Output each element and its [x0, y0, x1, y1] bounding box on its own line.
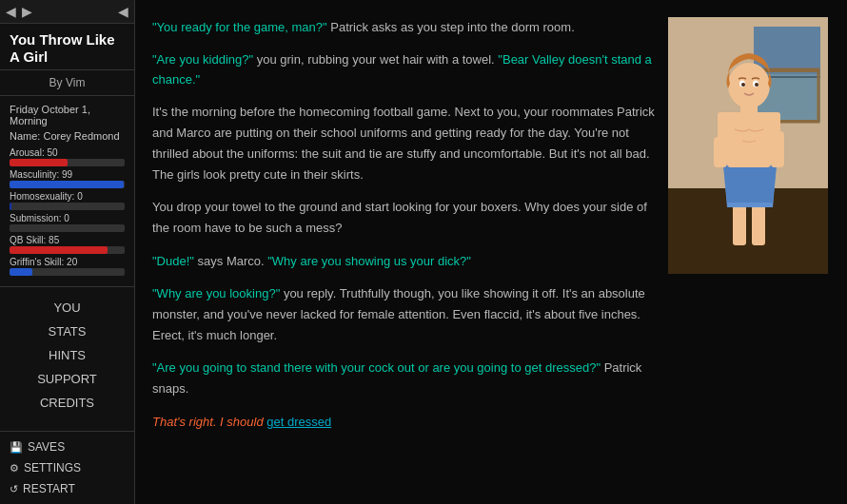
narration-2: you grin, rubbing your wet hair with a t… [257, 52, 499, 67]
sidebar: ◀ ▶ ◀ You Throw Like A Girl By Vim Frida… [0, 0, 135, 504]
character-svg [668, 17, 828, 274]
dialogue-5a: "Dude!" [152, 254, 194, 268]
choice-text: That's right. I should [152, 415, 266, 429]
menu-credits[interactable]: CREDITS [0, 392, 134, 414]
stat-masculinity: Masculinity: 99 [10, 169, 125, 188]
settings-icon: ⚙ [10, 462, 19, 475]
game-title: You Throw Like A Girl [0, 24, 134, 70]
date-label: Friday October 1, Morning [10, 104, 125, 126]
svg-rect-3 [754, 27, 820, 74]
svg-rect-9 [733, 203, 746, 245]
paragraph-5: "Dude!" says Marco. "Why are you showing… [152, 251, 657, 272]
svg-rect-15 [771, 131, 784, 167]
svg-rect-10 [752, 203, 765, 245]
stat-griffin-skill: Griffin's Skill: 20 [10, 257, 125, 276]
narration-1: Patrick asks as you step into the dorm r… [330, 20, 575, 34]
choice-link-get-dressed[interactable]: get dressed [266, 415, 331, 429]
author-label: By Vim [0, 70, 134, 96]
back-button[interactable]: ◀ [6, 4, 16, 19]
menu-you[interactable]: YOU [0, 297, 134, 319]
menu-hints[interactable]: HINTS [0, 344, 134, 366]
content-wrapper: "You ready for the game, man?" Patrick a… [152, 17, 828, 487]
dialogue-5b: "Why are you showing us your dick?" [267, 254, 471, 268]
stat-submission: Submission: 0 [10, 213, 125, 232]
paragraph-6: "Why are you looking?" you reply. Truthf… [152, 283, 657, 346]
narration-5: says Marco. [198, 254, 268, 268]
forward-button[interactable]: ▶ [22, 4, 32, 19]
dialogue-7a: "Are you going to stand there with your … [152, 360, 601, 375]
dialogue-2a: "Are you kidding?" [152, 52, 253, 67]
sidebar-menu: YOU STATS HINTS SUPPORT CREDITS [0, 287, 134, 431]
paragraph-1: "You ready for the game, man?" Patrick a… [152, 17, 657, 38]
stat-arousal: Arousal: 50 [10, 147, 125, 166]
player-name: Name: Corey Redmond [10, 130, 125, 142]
sidebar-footer: 💾 SAVES ⚙ SETTINGS ↺ RESTART [0, 431, 134, 504]
menu-stats[interactable]: STATS [0, 320, 134, 342]
paragraph-7: "Are you going to stand there with your … [152, 358, 657, 399]
paragraph-4: You drop your towel to the ground and st… [152, 197, 657, 239]
stat-homosexuality: Homosexuality: 0 [10, 191, 125, 210]
nav-bar: ◀ ▶ ◀ [0, 0, 134, 24]
svg-point-21 [755, 83, 758, 87]
svg-rect-14 [714, 137, 727, 167]
saves-button[interactable]: 💾 SAVES [0, 437, 134, 456]
svg-point-20 [741, 83, 745, 87]
paragraph-3: It's the morning before the homecoming f… [152, 102, 657, 185]
dialogue-6a: "Why are you looking?" [152, 286, 280, 300]
stat-qb-skill: QB Skill: 85 [10, 235, 125, 254]
svg-point-17 [728, 63, 770, 108]
restart-button[interactable]: ↺ RESTART [0, 479, 134, 498]
paragraph-2: "Are you kidding?" you grin, rubbing you… [152, 49, 657, 90]
choice-block: That's right. I should get dressed [152, 413, 657, 433]
dialogue-1: "You ready for the game, man?" [152, 20, 327, 34]
svg-rect-12 [718, 112, 737, 141]
player-info: Friday October 1, Morning Name: Corey Re… [0, 96, 134, 287]
menu-support[interactable]: SUPPORT [0, 368, 134, 390]
restart-icon: ↺ [10, 483, 18, 495]
settings-button[interactable]: ⚙ SETTINGS [0, 458, 134, 477]
collapse-button[interactable]: ◀ [118, 4, 128, 19]
character-image [668, 17, 828, 274]
main-content: "You ready for the game, man?" Patrick a… [135, 0, 847, 504]
saves-icon: 💾 [10, 441, 23, 454]
